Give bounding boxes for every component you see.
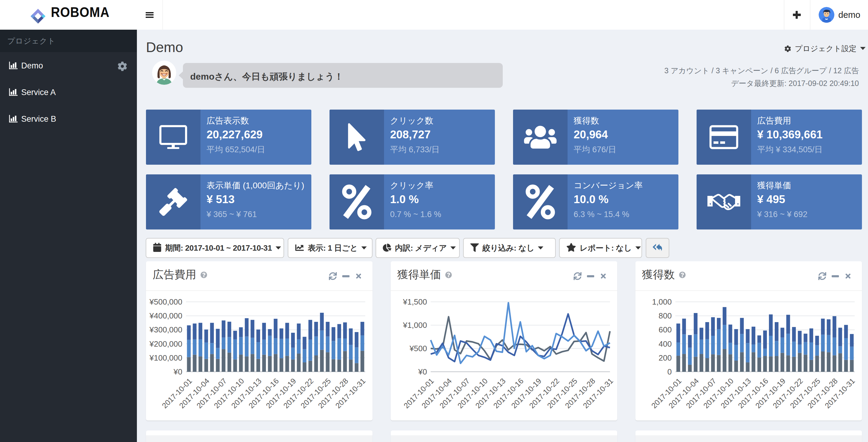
- svg-text:¥400,000: ¥400,000: [149, 311, 182, 320]
- svg-text:¥500: ¥500: [409, 344, 427, 353]
- svg-text:¥300,000: ¥300,000: [149, 325, 182, 334]
- svg-text:¥0: ¥0: [418, 367, 427, 376]
- svg-text:¥1,500: ¥1,500: [403, 297, 427, 306]
- svg-text:¥100,000: ¥100,000: [149, 353, 182, 362]
- svg-text:¥0: ¥0: [173, 367, 182, 376]
- svg-text:800: 800: [659, 311, 672, 320]
- svg-text:200: 200: [659, 353, 672, 362]
- svg-text:¥1,000: ¥1,000: [403, 321, 427, 330]
- svg-text:0: 0: [668, 367, 672, 376]
- svg-text:¥500,000: ¥500,000: [149, 297, 182, 306]
- svg-text:600: 600: [659, 325, 672, 334]
- svg-text:400: 400: [659, 339, 672, 348]
- svg-text:¥200,000: ¥200,000: [149, 339, 182, 348]
- svg-text:1,000: 1,000: [652, 297, 672, 306]
